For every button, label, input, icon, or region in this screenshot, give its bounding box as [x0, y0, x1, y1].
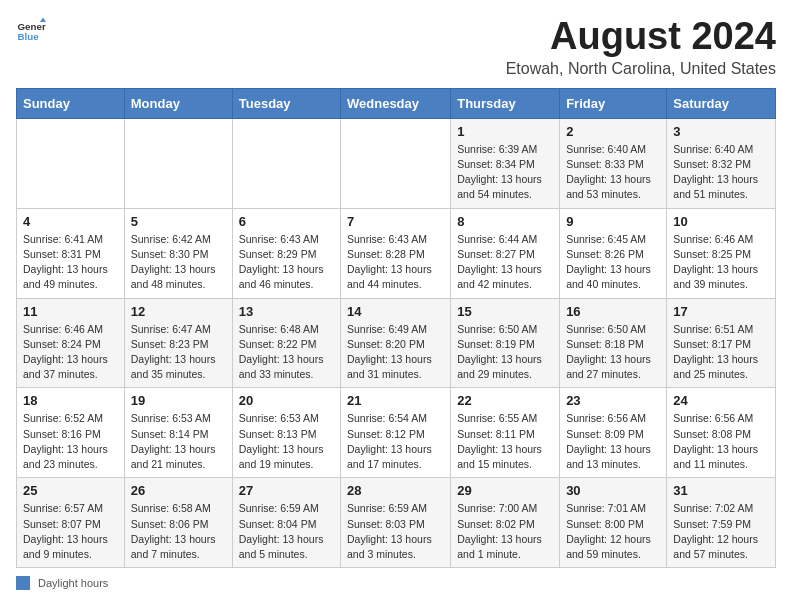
day-number: 8 [457, 214, 553, 229]
location-title: Etowah, North Carolina, United States [506, 60, 776, 78]
calendar-cell: 5Sunrise: 6:42 AM Sunset: 8:30 PM Daylig… [124, 208, 232, 298]
day-number: 25 [23, 483, 118, 498]
calendar-body: 1Sunrise: 6:39 AM Sunset: 8:34 PM Daylig… [17, 118, 776, 567]
svg-marker-2 [40, 18, 46, 23]
day-number: 12 [131, 304, 226, 319]
day-info: Sunrise: 6:39 AM Sunset: 8:34 PM Dayligh… [457, 142, 553, 203]
day-number: 2 [566, 124, 660, 139]
calendar-cell: 16Sunrise: 6:50 AM Sunset: 8:18 PM Dayli… [560, 298, 667, 388]
weekday-header-cell: Thursday [451, 88, 560, 118]
day-number: 28 [347, 483, 444, 498]
legend-box [16, 576, 30, 590]
calendar-cell: 4Sunrise: 6:41 AM Sunset: 8:31 PM Daylig… [17, 208, 125, 298]
day-info: Sunrise: 6:43 AM Sunset: 8:28 PM Dayligh… [347, 232, 444, 293]
day-number: 6 [239, 214, 334, 229]
day-number: 22 [457, 393, 553, 408]
calendar-cell: 30Sunrise: 7:01 AM Sunset: 8:00 PM Dayli… [560, 478, 667, 568]
calendar-cell: 28Sunrise: 6:59 AM Sunset: 8:03 PM Dayli… [341, 478, 451, 568]
calendar-cell: 20Sunrise: 6:53 AM Sunset: 8:13 PM Dayli… [232, 388, 340, 478]
weekday-header-cell: Saturday [667, 88, 776, 118]
day-info: Sunrise: 7:02 AM Sunset: 7:59 PM Dayligh… [673, 501, 769, 562]
calendar-cell: 21Sunrise: 6:54 AM Sunset: 8:12 PM Dayli… [341, 388, 451, 478]
day-number: 14 [347, 304, 444, 319]
calendar-cell: 14Sunrise: 6:49 AM Sunset: 8:20 PM Dayli… [341, 298, 451, 388]
day-number: 1 [457, 124, 553, 139]
weekday-header-cell: Friday [560, 88, 667, 118]
calendar-cell [17, 118, 125, 208]
month-title: August 2024 [506, 16, 776, 58]
calendar-week-row: 18Sunrise: 6:52 AM Sunset: 8:16 PM Dayli… [17, 388, 776, 478]
calendar-cell: 17Sunrise: 6:51 AM Sunset: 8:17 PM Dayli… [667, 298, 776, 388]
day-number: 17 [673, 304, 769, 319]
day-info: Sunrise: 6:44 AM Sunset: 8:27 PM Dayligh… [457, 232, 553, 293]
weekday-header-row: SundayMondayTuesdayWednesdayThursdayFrid… [17, 88, 776, 118]
day-info: Sunrise: 6:47 AM Sunset: 8:23 PM Dayligh… [131, 322, 226, 383]
day-info: Sunrise: 6:50 AM Sunset: 8:19 PM Dayligh… [457, 322, 553, 383]
calendar-cell: 10Sunrise: 6:46 AM Sunset: 8:25 PM Dayli… [667, 208, 776, 298]
day-info: Sunrise: 6:46 AM Sunset: 8:25 PM Dayligh… [673, 232, 769, 293]
day-info: Sunrise: 7:01 AM Sunset: 8:00 PM Dayligh… [566, 501, 660, 562]
weekday-header-cell: Sunday [17, 88, 125, 118]
calendar-cell: 11Sunrise: 6:46 AM Sunset: 8:24 PM Dayli… [17, 298, 125, 388]
weekday-header-cell: Tuesday [232, 88, 340, 118]
day-info: Sunrise: 6:58 AM Sunset: 8:06 PM Dayligh… [131, 501, 226, 562]
day-info: Sunrise: 6:40 AM Sunset: 8:33 PM Dayligh… [566, 142, 660, 203]
day-info: Sunrise: 6:53 AM Sunset: 8:14 PM Dayligh… [131, 411, 226, 472]
calendar-cell: 1Sunrise: 6:39 AM Sunset: 8:34 PM Daylig… [451, 118, 560, 208]
legend-label: Daylight hours [38, 577, 108, 589]
calendar-cell: 7Sunrise: 6:43 AM Sunset: 8:28 PM Daylig… [341, 208, 451, 298]
title-area: August 2024 Etowah, North Carolina, Unit… [506, 16, 776, 78]
day-number: 31 [673, 483, 769, 498]
day-number: 11 [23, 304, 118, 319]
day-number: 19 [131, 393, 226, 408]
day-info: Sunrise: 6:45 AM Sunset: 8:26 PM Dayligh… [566, 232, 660, 293]
day-info: Sunrise: 6:55 AM Sunset: 8:11 PM Dayligh… [457, 411, 553, 472]
weekday-header-cell: Wednesday [341, 88, 451, 118]
calendar-week-row: 4Sunrise: 6:41 AM Sunset: 8:31 PM Daylig… [17, 208, 776, 298]
calendar-table: SundayMondayTuesdayWednesdayThursdayFrid… [16, 88, 776, 568]
day-info: Sunrise: 6:54 AM Sunset: 8:12 PM Dayligh… [347, 411, 444, 472]
calendar-cell [124, 118, 232, 208]
day-number: 24 [673, 393, 769, 408]
day-number: 27 [239, 483, 334, 498]
day-number: 3 [673, 124, 769, 139]
day-info: Sunrise: 6:53 AM Sunset: 8:13 PM Dayligh… [239, 411, 334, 472]
day-number: 13 [239, 304, 334, 319]
svg-text:General: General [18, 21, 47, 32]
calendar-cell: 26Sunrise: 6:58 AM Sunset: 8:06 PM Dayli… [124, 478, 232, 568]
calendar-cell: 27Sunrise: 6:59 AM Sunset: 8:04 PM Dayli… [232, 478, 340, 568]
logo: General Blue [16, 16, 46, 46]
day-info: Sunrise: 7:00 AM Sunset: 8:02 PM Dayligh… [457, 501, 553, 562]
day-info: Sunrise: 6:59 AM Sunset: 8:03 PM Dayligh… [347, 501, 444, 562]
day-number: 16 [566, 304, 660, 319]
calendar-cell: 18Sunrise: 6:52 AM Sunset: 8:16 PM Dayli… [17, 388, 125, 478]
day-number: 18 [23, 393, 118, 408]
day-info: Sunrise: 6:51 AM Sunset: 8:17 PM Dayligh… [673, 322, 769, 383]
calendar-week-row: 1Sunrise: 6:39 AM Sunset: 8:34 PM Daylig… [17, 118, 776, 208]
calendar-cell: 2Sunrise: 6:40 AM Sunset: 8:33 PM Daylig… [560, 118, 667, 208]
calendar-cell: 24Sunrise: 6:56 AM Sunset: 8:08 PM Dayli… [667, 388, 776, 478]
calendar-cell: 3Sunrise: 6:40 AM Sunset: 8:32 PM Daylig… [667, 118, 776, 208]
day-number: 26 [131, 483, 226, 498]
calendar-week-row: 25Sunrise: 6:57 AM Sunset: 8:07 PM Dayli… [17, 478, 776, 568]
day-info: Sunrise: 6:52 AM Sunset: 8:16 PM Dayligh… [23, 411, 118, 472]
calendar-cell [232, 118, 340, 208]
day-number: 4 [23, 214, 118, 229]
calendar-cell: 22Sunrise: 6:55 AM Sunset: 8:11 PM Dayli… [451, 388, 560, 478]
weekday-header-cell: Monday [124, 88, 232, 118]
day-info: Sunrise: 6:56 AM Sunset: 8:09 PM Dayligh… [566, 411, 660, 472]
day-info: Sunrise: 6:46 AM Sunset: 8:24 PM Dayligh… [23, 322, 118, 383]
day-number: 15 [457, 304, 553, 319]
calendar-cell: 29Sunrise: 7:00 AM Sunset: 8:02 PM Dayli… [451, 478, 560, 568]
calendar-cell: 31Sunrise: 7:02 AM Sunset: 7:59 PM Dayli… [667, 478, 776, 568]
calendar-cell: 9Sunrise: 6:45 AM Sunset: 8:26 PM Daylig… [560, 208, 667, 298]
day-info: Sunrise: 6:43 AM Sunset: 8:29 PM Dayligh… [239, 232, 334, 293]
calendar-cell: 19Sunrise: 6:53 AM Sunset: 8:14 PM Dayli… [124, 388, 232, 478]
calendar-week-row: 11Sunrise: 6:46 AM Sunset: 8:24 PM Dayli… [17, 298, 776, 388]
day-number: 30 [566, 483, 660, 498]
calendar-cell: 8Sunrise: 6:44 AM Sunset: 8:27 PM Daylig… [451, 208, 560, 298]
day-info: Sunrise: 6:57 AM Sunset: 8:07 PM Dayligh… [23, 501, 118, 562]
calendar-cell: 13Sunrise: 6:48 AM Sunset: 8:22 PM Dayli… [232, 298, 340, 388]
day-info: Sunrise: 6:41 AM Sunset: 8:31 PM Dayligh… [23, 232, 118, 293]
day-number: 21 [347, 393, 444, 408]
